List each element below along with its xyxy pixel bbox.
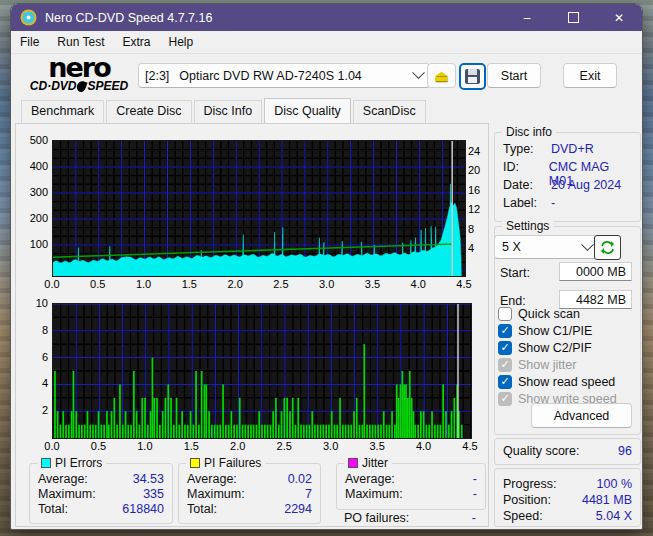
checkbox-show-read-speed[interactable]: ✓Show read speed bbox=[498, 374, 615, 389]
pi-failures-bar bbox=[239, 398, 241, 438]
refresh-button[interactable] bbox=[594, 235, 621, 260]
menu-item-help[interactable]: Help bbox=[160, 32, 203, 52]
exit-button[interactable]: Exit bbox=[563, 63, 617, 88]
pi-failures-bar bbox=[402, 371, 404, 438]
pi-failures-bar bbox=[445, 411, 447, 438]
checkbox-quick-scan[interactable]: Quick scan bbox=[498, 306, 580, 321]
stat-label: Average: bbox=[345, 472, 395, 486]
pi-failures-bar bbox=[162, 411, 164, 438]
pi-failures-bar bbox=[359, 425, 361, 438]
pi-failures-bar bbox=[258, 411, 260, 438]
y-axis-label-pif: 4 bbox=[18, 377, 48, 389]
pi-failures-bar bbox=[297, 398, 299, 438]
tab-scandisc[interactable]: ScanDisc bbox=[353, 100, 426, 123]
y-axis-label-speed: 24 bbox=[468, 145, 492, 157]
pi-failures-bar bbox=[103, 425, 105, 438]
pi-failures-bar bbox=[139, 425, 141, 438]
pi-failures-bar bbox=[407, 398, 409, 438]
pi-failures-bar bbox=[187, 425, 189, 438]
y-axis-label-pie: 300 bbox=[18, 186, 48, 198]
pi-failures-bar bbox=[152, 358, 154, 438]
eject-disc-button[interactable]: ⏏ bbox=[427, 63, 456, 88]
checkbox-label: Show read speed bbox=[518, 375, 615, 389]
pi-failures-bar bbox=[250, 425, 252, 438]
pi-failures-bar bbox=[156, 398, 158, 438]
pi-failures-bar bbox=[89, 425, 91, 438]
pi-failures-bar bbox=[411, 398, 413, 438]
close-button[interactable]: ✕ bbox=[596, 4, 642, 31]
checkbox-show-c2-pif[interactable]: ✓Show C2/PIF bbox=[498, 340, 592, 355]
pi-failures-bar bbox=[369, 425, 371, 438]
start-button[interactable]: Start bbox=[487, 63, 541, 88]
x-axis-label: 4.5 bbox=[455, 440, 485, 452]
tab-disc-info[interactable]: Disc Info bbox=[194, 100, 263, 123]
x-axis-label: 3.0 bbox=[312, 278, 342, 290]
pi-failures-bar bbox=[386, 425, 388, 438]
progress-row: Position:4481 MB bbox=[503, 493, 632, 507]
minimize-button[interactable]: – bbox=[504, 4, 550, 31]
pi-failures-bar bbox=[71, 411, 73, 438]
pi-failures-bar bbox=[136, 411, 138, 438]
disc-info-row: Label:- bbox=[503, 196, 633, 210]
pi-failures-bar bbox=[417, 425, 419, 438]
pi-failures-bar bbox=[198, 425, 200, 438]
pi-failures-bar bbox=[409, 371, 411, 438]
pi-failures-bar bbox=[217, 425, 219, 438]
menu-item-run-test[interactable]: Run Test bbox=[48, 32, 113, 52]
save-results-button[interactable] bbox=[459, 63, 486, 90]
pi-failures-bar bbox=[211, 425, 213, 438]
pi-failures-bar bbox=[311, 411, 313, 438]
pi-failures-bar bbox=[193, 425, 195, 438]
drive-select[interactable]: [2:3] Optiarc DVD RW AD-7240S 1.04 bbox=[138, 63, 430, 88]
pi-failures-bar bbox=[208, 411, 210, 438]
pi-failures-bar bbox=[242, 425, 244, 438]
drive-bus: [2:3] bbox=[145, 69, 169, 83]
x-axis-label: 0.5 bbox=[83, 278, 113, 290]
disc-info-box: Disc info Type:DVD+RID:CMC MAG M01Date:2… bbox=[494, 132, 641, 222]
maximize-button[interactable] bbox=[550, 4, 596, 31]
legend-color-pi-errors bbox=[41, 458, 51, 468]
y-axis-label-pif: 6 bbox=[18, 351, 48, 363]
checkbox-icon: ✓ bbox=[498, 375, 512, 389]
x-axis-label: 1.0 bbox=[129, 278, 159, 290]
pi-failures-bar bbox=[389, 425, 391, 438]
stat-row: Maximum:- bbox=[345, 487, 477, 501]
pi-failures-bar bbox=[201, 371, 203, 438]
pi-failures-bar bbox=[405, 384, 407, 438]
disc-info-label: Label: bbox=[503, 196, 551, 210]
legend-color-pi-failures bbox=[190, 458, 200, 468]
pi-failures-bar bbox=[147, 425, 149, 438]
y-axis-label-pif: 2 bbox=[18, 404, 48, 416]
pi-failures-bar bbox=[353, 411, 355, 438]
pi-failures-bar bbox=[73, 371, 75, 438]
start-position-field[interactable]: 0000 MB bbox=[559, 262, 632, 281]
pi-failures-bar bbox=[108, 425, 110, 438]
scan-speed-select[interactable]: 5 X bbox=[494, 235, 600, 259]
maximize-icon bbox=[568, 12, 579, 23]
legend-color-jitter bbox=[348, 458, 358, 468]
drive-name: Optiarc DVD RW AD-7240S 1.04 bbox=[179, 69, 361, 83]
stat-value: 7 bbox=[305, 487, 312, 501]
nero-logo-subtext: CD·DVD SPEED bbox=[19, 79, 139, 93]
pi-failures-bar bbox=[454, 398, 456, 438]
stat-value: 618840 bbox=[122, 502, 164, 516]
tab-create-disc[interactable]: Create Disc bbox=[106, 100, 191, 123]
stat-label: Maximum: bbox=[187, 487, 245, 501]
pi-failures-bar bbox=[275, 398, 277, 438]
pi-failures-bar bbox=[87, 411, 89, 438]
x-axis-label: 1.0 bbox=[130, 440, 160, 452]
checkbox-show-jitter[interactable]: ✓Show jitter bbox=[498, 357, 576, 372]
menu-item-file[interactable]: File bbox=[11, 32, 48, 52]
tab-benchmark[interactable]: Benchmark bbox=[21, 100, 104, 123]
jitter-stats-box: JitterAverage:-Maximum:- bbox=[336, 463, 486, 510]
app-icon bbox=[20, 9, 37, 26]
checkbox-show-c1-pie[interactable]: ✓Show C1/PIE bbox=[498, 323, 592, 338]
checkbox-label: Show C1/PIE bbox=[518, 324, 592, 338]
pi-failures-bar bbox=[68, 425, 70, 438]
tab-disc-quality[interactable]: Disc Quality bbox=[264, 98, 351, 124]
advanced-button[interactable]: Advanced bbox=[531, 403, 632, 428]
pi-failures-bar bbox=[377, 425, 379, 438]
menu-item-extra[interactable]: Extra bbox=[113, 32, 159, 52]
stat-label: Average: bbox=[187, 472, 237, 486]
pi-failures-bar bbox=[119, 384, 121, 438]
